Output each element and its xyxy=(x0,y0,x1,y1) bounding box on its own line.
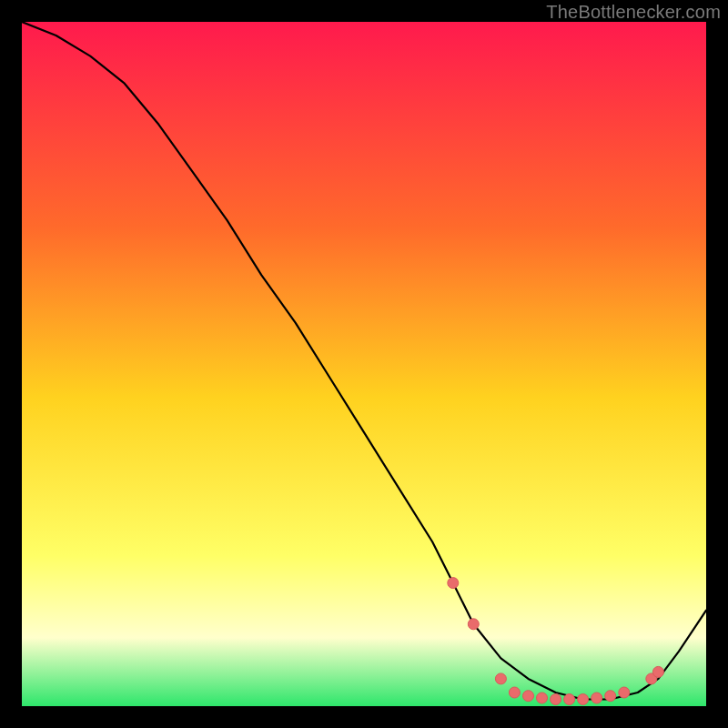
data-marker xyxy=(448,578,459,589)
data-marker xyxy=(523,691,534,702)
data-marker xyxy=(619,687,630,698)
data-marker xyxy=(605,691,616,702)
data-marker xyxy=(509,687,520,698)
data-marker xyxy=(537,693,548,703)
data-marker xyxy=(592,693,602,703)
data-marker xyxy=(495,673,506,684)
data-marker xyxy=(652,666,663,677)
plot-area xyxy=(22,22,706,706)
data-marker xyxy=(564,694,575,705)
chart-stage: TheBottlenecker.com xyxy=(0,0,728,728)
data-marker xyxy=(468,619,479,630)
gradient-background xyxy=(22,22,706,706)
chart-svg xyxy=(22,22,706,706)
data-marker xyxy=(578,694,589,705)
watermark-text: TheBottlenecker.com xyxy=(546,2,721,23)
data-marker xyxy=(551,694,561,705)
